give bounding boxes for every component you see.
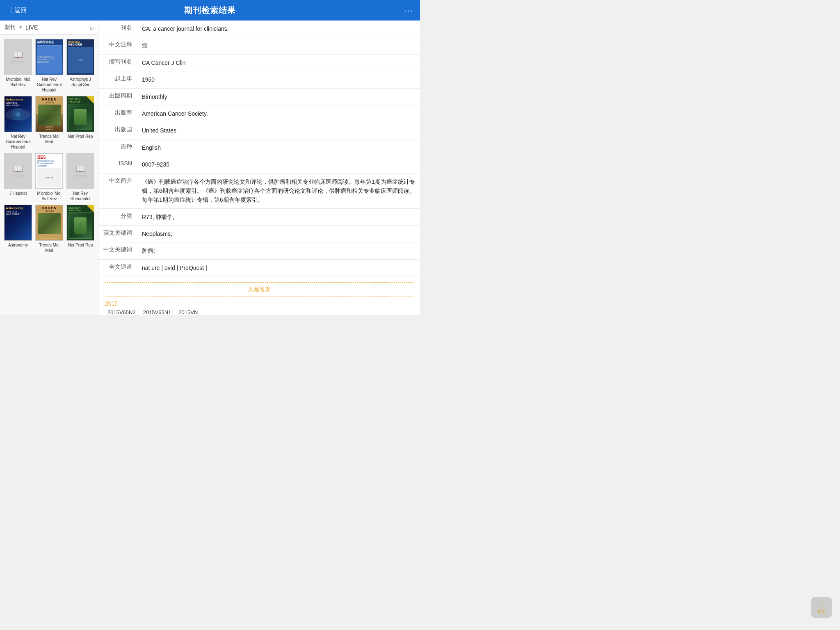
field-label: 出版国 <box>98 122 137 139</box>
volume-tag[interactable]: 2015VN <box>176 308 200 315</box>
list-item[interactable]: 📖 暂无封面 J Hepatol <box>4 153 32 201</box>
field-label: 中文注释 <box>98 37 137 54</box>
list-item[interactable]: Decision Analysis Nat Prod Rep <box>66 96 94 150</box>
table-row: 出版商 American Cancer Society. <box>98 105 420 122</box>
field-value: 1950 <box>137 71 420 88</box>
journal-cover: 📖 暂无封面 <box>4 39 32 75</box>
journal-cover: 📖 暂无封面 <box>66 153 94 189</box>
table-row: 中文注释 癌 <box>98 37 420 54</box>
list-item[interactable]: BES Biomedical andEnvironmentalSciences … <box>35 153 63 201</box>
search-bar: 期刊 ▼ LIVE ⌕ <box>0 21 98 35</box>
field-value: Neoplasms; <box>137 226 420 242</box>
detail-table: 刊名 CA: a cancer journal for clinicians. … <box>98 21 420 276</box>
search-query[interactable]: LIVE <box>25 24 87 31</box>
journal-cover: ARDEN DESIGN winning gardens <box>35 205 63 241</box>
journal-cover: ARDEN DESIGN winninggardens <box>35 96 63 132</box>
journal-cover: Decision Analysis <box>66 96 94 132</box>
list-item[interactable]: 📖 暂无封面 Microbiol MolBiol Rev <box>4 39 32 93</box>
list-item[interactable]: Decision Analysis Nat Prod Rep <box>66 205 94 253</box>
field-label: 刊名 <box>98 21 137 37</box>
journal-label: Microbiol MolBiol Rev <box>6 77 30 87</box>
search-icon[interactable]: ⌕ <box>90 24 94 31</box>
holdings-section: 入藏卷期 2015 2015V65N2 2015V65N1 2015VN 201… <box>98 276 420 315</box>
table-row: 刊名 CA: a cancer journal for clinicians. <box>98 21 420 37</box>
table-row: 出版国 United States <box>98 122 420 139</box>
back-label: 返回 <box>14 7 27 14</box>
field-label: 中文关键词 <box>98 242 137 259</box>
journal-label: Trends MolMed <box>39 242 59 253</box>
volumes-row-2015: 2015V65N2 2015V65N1 2015VN <box>105 308 413 315</box>
journal-cover: Astronomy EINSTEINWAS RIGHT! <box>4 205 32 241</box>
holdings-title: 入藏卷期 <box>105 286 413 293</box>
journal-cover: Decision Analysis <box>66 205 94 241</box>
table-row: 起止年 1950 <box>98 71 420 88</box>
table-row: 中文简介 《癌》刊载癌症治疗各个方面的研究论文和评论，供肿瘤和相关专业临床医师阅… <box>98 173 420 208</box>
journal-label: Microbiol MolBiol Rev <box>37 191 62 201</box>
journal-cover: 📖 暂无封面 <box>4 153 32 189</box>
field-value: 癌 <box>137 37 420 54</box>
table-row: 出版周期 Bimonthly <box>98 88 420 105</box>
field-value: CA: a cancer journal for clinicians. <box>137 21 420 37</box>
field-label: 缩写刊名 <box>98 54 137 71</box>
field-label: 中文简介 <box>98 173 137 208</box>
placeholder-cover: 📖 暂无封面 <box>5 39 32 75</box>
field-value: Bimonthly <box>137 88 420 105</box>
left-panel: 期刊 ▼ LIVE ⌕ 📖 暂无封面 Microbiol MolBiol Rev <box>0 21 98 315</box>
table-row: 语种 English <box>98 139 420 156</box>
back-chevron-icon: 〈 <box>7 7 13 14</box>
volume-tag[interactable]: 2015V65N2 <box>105 308 138 315</box>
list-item[interactable]: ARDEN DESIGN winninggardens Trends MolMe… <box>35 96 63 150</box>
header: 〈 返回 期刊检索结果 ··· <box>0 0 420 21</box>
journal-label: Astrophys JSuppl Ser <box>70 77 91 87</box>
field-value: American Cancer Society. <box>137 105 420 122</box>
list-item[interactable]: Astronomy EINSTEINWAS RIGHT! Astronomy <box>4 205 32 253</box>
list-item[interactable]: 实用医学杂志 THE JOURNALOF PRACTICAL MEDICINE … <box>35 39 63 93</box>
main-layout: 期刊 ▼ LIVE ⌕ 📖 暂无封面 Microbiol MolBiol Rev <box>0 21 420 315</box>
placeholder-cover: 📖 暂无封面 <box>5 153 32 189</box>
field-label: 出版周期 <box>98 88 137 105</box>
field-value: 肿瘤; <box>137 242 420 259</box>
field-value: 0007-9235 <box>137 156 420 173</box>
table-row: 英文关键词 Neoplasms; <box>98 226 420 242</box>
field-label: 全文通道 <box>98 259 137 276</box>
list-item[interactable]: ARDEN DESIGN winning gardens Trends MolM… <box>35 205 63 253</box>
table-row: 全文通道 nat ure | ovid | ProQuest | <box>98 259 420 276</box>
journal-label: Nat RevGastroenterolHepatol <box>37 77 62 93</box>
field-value: CA Cancer J Clin <box>137 54 420 71</box>
search-type-dropdown[interactable]: ▼ <box>18 25 23 30</box>
field-value: R73, 肿瘤学; <box>137 208 420 225</box>
field-value: 《癌》刊载癌症治疗各个方面的研究论文和评论，供肿瘤和相关专业临床医师阅读。每年第… <box>137 173 420 208</box>
page-title: 期刊检索结果 <box>184 5 236 16</box>
list-item[interactable]: HOSPITAL MEDICINE CORE Astrophys JSuppl … <box>66 39 94 93</box>
field-label: 出版商 <box>98 105 137 122</box>
journal-cover: Astronomy EINSTEINWAS RIGHT! <box>4 96 32 132</box>
journal-grid: 📖 暂无封面 Microbiol MolBiol Rev 实用医学杂志 THE … <box>0 35 98 257</box>
field-value: nat ure | ovid | ProQuest | <box>137 259 420 276</box>
journal-label: J Hepatol <box>9 191 27 196</box>
list-item[interactable]: Astronomy EINSTEINWAS RIGHT! Nat RevGast… <box>4 96 32 150</box>
field-label: 英文关键词 <box>98 226 137 242</box>
table-row: 缩写刊名 CA Cancer J Clin <box>98 54 420 71</box>
journal-label: Trends MolMed <box>39 134 59 144</box>
table-row: 中文关键词 肿瘤; <box>98 242 420 259</box>
back-button[interactable]: 〈 返回 <box>7 7 27 14</box>
journal-cover: 实用医学杂志 THE JOURNALOF PRACTICAL MEDICINE <box>35 39 63 75</box>
table-row: ISSN 0007-9235 <box>98 156 420 173</box>
list-item[interactable]: 📖 暂无封面 Nat RevRheumatol <box>66 153 94 201</box>
more-options-button[interactable]: ··· <box>404 6 413 15</box>
right-panel: 刊名 CA: a cancer journal for clinicians. … <box>98 21 420 315</box>
field-label: 起止年 <box>98 71 137 88</box>
search-type-label: 期刊 <box>4 24 16 31</box>
journal-label: Nat Prod Rep <box>68 134 93 139</box>
field-label: 语种 <box>98 139 137 156</box>
volume-tag[interactable]: 2015V65N1 <box>141 308 174 315</box>
holdings-divider-bottom <box>105 297 413 297</box>
field-label: ISSN <box>98 156 137 173</box>
field-label: 分类 <box>98 208 137 225</box>
field-value: English <box>137 139 420 156</box>
journal-cover: BES Biomedical andEnvironmentalSciences … <box>35 153 63 189</box>
journal-label: Nat RevGastroenterolHepatol <box>6 134 31 150</box>
placeholder-cover: 📖 暂无封面 <box>67 153 94 189</box>
journal-label: Astronomy <box>8 242 28 248</box>
journal-label: Nat RevRheumatol <box>71 191 90 201</box>
